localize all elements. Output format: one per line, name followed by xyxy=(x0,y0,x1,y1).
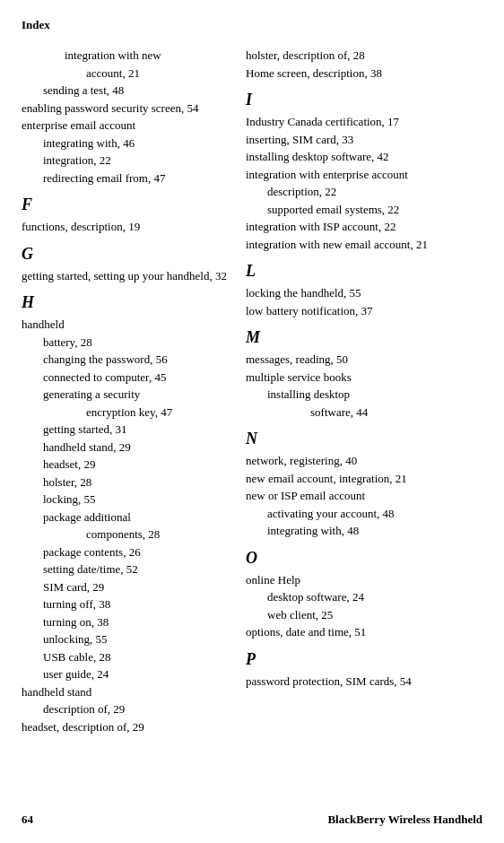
entry: setting date/time, 52 xyxy=(22,561,228,578)
entry: desktop software, 24 xyxy=(246,588,482,606)
entry: software, 44 xyxy=(246,404,482,422)
entry: network, registering, 40 xyxy=(246,452,482,470)
entry: connected to computer, 45 xyxy=(22,369,228,387)
entry: inserting, SIM card, 33 xyxy=(246,131,482,149)
entry: battery, 28 xyxy=(22,334,228,352)
right-section-l: L locking the handheld, 55 low battery n… xyxy=(246,262,482,319)
header-title: Index xyxy=(22,18,50,31)
section-letter-p: P xyxy=(246,650,482,669)
entry: package contents, 26 xyxy=(22,543,228,561)
entry: installing desktop software, 42 xyxy=(246,148,482,166)
entry: messages, reading, 50 xyxy=(246,351,482,369)
entry: integrating with, 48 xyxy=(246,522,482,540)
two-column-layout: integration with new account, 21 sending… xyxy=(22,47,482,741)
entry: account, 21 xyxy=(22,65,228,83)
entry: options, date and time, 51 xyxy=(246,623,482,641)
entry: description of, 29 xyxy=(22,700,228,718)
entry: changing the password, 56 xyxy=(22,351,228,369)
entry: new email account, integration, 21 xyxy=(246,470,482,488)
entry: holster, 28 xyxy=(22,474,228,491)
entry: unlocking, 55 xyxy=(22,630,228,648)
entry: handheld stand xyxy=(22,683,228,701)
entry: turning off, 38 xyxy=(22,595,228,613)
entry: user guide, 24 xyxy=(22,665,228,683)
entry: enabling password security screen, 54 xyxy=(22,100,228,117)
section-letter-g: G xyxy=(22,245,228,264)
entry: integration with new xyxy=(22,47,228,65)
entry: integration, 22 xyxy=(22,152,228,169)
left-column: integration with new account, 21 sending… xyxy=(22,47,228,741)
entry: integration with enterprise account xyxy=(246,166,482,184)
entry: redirecting email from, 47 xyxy=(22,169,228,187)
left-section-f: F functions, description, 19 xyxy=(22,196,228,236)
left-section-g: G getting started, setting up your handh… xyxy=(22,245,228,285)
right-section-p: P password protection, SIM cards, 54 xyxy=(246,650,482,691)
entry: web client, 25 xyxy=(246,606,482,624)
entry: integrating with, 46 xyxy=(22,135,228,152)
right-continuation-section: holster, description of, 28 Home screen,… xyxy=(246,47,482,82)
entry: generating a security xyxy=(22,386,228,404)
left-continuation-section: integration with new account, 21 sending… xyxy=(22,47,228,187)
entry: components, 28 xyxy=(22,526,228,543)
entry: multiple service books xyxy=(246,369,482,387)
footer-product-name: BlackBerry Wireless Handheld xyxy=(327,813,482,827)
entry: encryption key, 47 xyxy=(22,404,228,422)
section-letter-o: O xyxy=(246,549,482,568)
footer-page-number: 64 xyxy=(22,813,33,827)
entry: integration with ISP account, 22 xyxy=(246,218,482,236)
right-section-n: N network, registering, 40 new email acc… xyxy=(246,430,482,540)
entry: password protection, SIM cards, 54 xyxy=(246,673,482,691)
entry: Home screen, description, 38 xyxy=(246,65,482,83)
page-header: Index xyxy=(22,18,482,32)
entry: installing desktop xyxy=(246,386,482,404)
entry: locking the handheld, 55 xyxy=(246,284,482,302)
page-footer: 64 BlackBerry Wireless Handheld xyxy=(22,813,482,827)
section-letter-f: F xyxy=(22,196,228,214)
entry: holster, description of, 28 xyxy=(246,47,482,65)
entry: enterprise email account xyxy=(22,117,228,135)
entry: low battery notification, 37 xyxy=(246,302,482,320)
entry: online Help xyxy=(246,571,482,589)
entry: headset, description of, 29 xyxy=(22,718,228,736)
right-section-m: M messages, reading, 50 multiple service… xyxy=(246,328,482,421)
entry: description, 22 xyxy=(246,183,482,201)
right-section-o: O online Help desktop software, 24 web c… xyxy=(246,549,482,641)
entry: handheld stand, 29 xyxy=(22,439,228,456)
entry: activating your account, 48 xyxy=(246,505,482,523)
left-section-h: H handheld battery, 28 changing the pass… xyxy=(22,293,228,735)
entry: turning on, 38 xyxy=(22,613,228,631)
entry: Industry Canada certification, 17 xyxy=(246,113,482,131)
entry: supported email systems, 22 xyxy=(246,201,482,219)
entry: new or ISP email account xyxy=(246,487,482,505)
section-letter-n: N xyxy=(246,430,482,448)
entry: getting started, setting up your handhel… xyxy=(22,267,228,285)
section-letter-i: I xyxy=(246,91,482,109)
entry: getting started, 31 xyxy=(22,421,228,439)
section-letter-l: L xyxy=(246,262,482,281)
right-section-i: I Industry Canada certification, 17 inse… xyxy=(246,91,482,253)
entry: locking, 55 xyxy=(22,491,228,508)
page-container: Index integration with new account, 21 s… xyxy=(0,0,504,843)
entry: functions, description, 19 xyxy=(22,218,228,236)
entry: package additional xyxy=(22,508,228,526)
entry: headset, 29 xyxy=(22,456,228,474)
entry: handheld xyxy=(22,316,228,334)
section-letter-h: H xyxy=(22,293,228,312)
section-letter-m: M xyxy=(246,328,482,347)
entry: USB cable, 28 xyxy=(22,648,228,666)
entry: sending a test, 48 xyxy=(22,82,228,100)
right-column: holster, description of, 28 Home screen,… xyxy=(246,47,482,741)
entry: SIM card, 29 xyxy=(22,578,228,596)
entry: integration with new email account, 21 xyxy=(246,236,482,254)
